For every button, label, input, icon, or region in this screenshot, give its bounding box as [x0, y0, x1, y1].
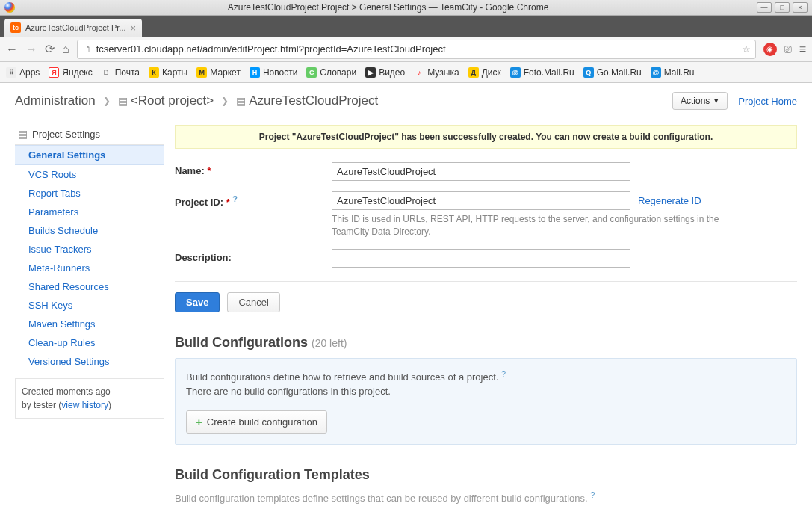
window-minimize-button[interactable]: —: [757, 2, 772, 13]
chevron-right-icon: ❯: [103, 96, 111, 106]
page-content: Administration ❯ ▤<Root project> ❯ ▤Azur…: [0, 83, 812, 521]
sidebar-item-shared-resources[interactable]: Shared Resources: [15, 277, 164, 296]
sidebar-item-cleanup-rules[interactable]: Clean-up Rules: [15, 333, 164, 352]
folder-icon: ▤: [118, 95, 128, 107]
bookmark-news[interactable]: ННовости: [250, 67, 297, 78]
back-button[interactable]: ←: [6, 43, 18, 56]
forward-button[interactable]: →: [25, 43, 37, 56]
build-configurations-info: Build configurations define how to retri…: [175, 358, 797, 445]
bookmark-video[interactable]: ▶Видео: [365, 67, 405, 78]
plus-icon: +: [196, 416, 202, 428]
browser-tab-strip: tc AzureTestCloudProject Pr... ×: [0, 16, 812, 37]
breadcrumb-root[interactable]: <Root project>: [131, 93, 214, 108]
bookmark-maps[interactable]: ККарты: [149, 67, 187, 78]
breadcrumb-admin[interactable]: Administration: [15, 93, 96, 108]
sidebar-item-issue-trackers[interactable]: Issue Trackers: [15, 240, 164, 259]
chevron-down-icon: ▼: [713, 97, 719, 105]
main-panel: Project "AzureTestCloudProject" has been…: [175, 125, 797, 504]
cast-icon[interactable]: ⎚: [784, 43, 792, 56]
project-home-link[interactable]: Project Home: [738, 96, 797, 107]
help-icon[interactable]: ?: [590, 490, 595, 499]
chevron-right-icon: ❯: [221, 96, 229, 106]
description-input[interactable]: [332, 249, 630, 268]
cancel-button[interactable]: Cancel: [227, 292, 279, 312]
sidebar-created-info: Created moments ago by tester (view hist…: [15, 378, 164, 419]
actions-dropdown[interactable]: Actions▼: [672, 92, 728, 110]
window-close-button[interactable]: ×: [793, 2, 808, 13]
reload-button[interactable]: ⟳: [45, 42, 55, 56]
sidebar-item-report-tabs[interactable]: Report Tabs: [15, 184, 164, 203]
sidebar-item-maven-settings[interactable]: Maven Settings: [15, 315, 164, 333]
name-label: Name: *: [175, 162, 332, 176]
build-templates-heading: Build Configuration Templates: [175, 467, 797, 483]
name-input[interactable]: [332, 162, 630, 181]
bookmark-yandex[interactable]: ЯЯндекс: [49, 67, 92, 78]
url-text: tcserver01.cloudapp.net/admin/editProjec…: [96, 43, 446, 55]
description-label: Description:: [175, 249, 332, 263]
sidebar-item-versioned-settings[interactable]: Versioned Settings: [15, 352, 164, 371]
bookmark-dict[interactable]: ССловари: [306, 67, 356, 78]
view-history-link[interactable]: view history: [61, 400, 108, 410]
build-configurations-heading: Build Configurations (20 left): [175, 335, 797, 351]
sidebar-item-parameters[interactable]: Parameters: [15, 203, 164, 221]
help-icon[interactable]: ?: [232, 194, 238, 203]
project-id-input[interactable]: [332, 191, 630, 210]
home-button[interactable]: ⌂: [62, 43, 69, 56]
sidebar-item-meta-runners[interactable]: Meta-Runners: [15, 259, 164, 277]
bookmark-foto[interactable]: @Foto.Mail.Ru: [510, 67, 574, 78]
browser-tab[interactable]: tc AzureTestCloudProject Pr... ×: [4, 19, 142, 37]
bookmarks-bar: ⠿Apps ЯЯндекс 🗋Почта ККарты ММаркет ННов…: [0, 62, 812, 83]
bookmark-market[interactable]: ММаркет: [196, 67, 241, 78]
teamcity-favicon: tc: [10, 22, 21, 33]
browser-tab-title: AzureTestCloudProject Pr...: [25, 23, 126, 32]
sidebar: ▤ Project Settings General Settings VCS …: [15, 125, 164, 504]
browser-toolbar: ← → ⟳ ⌂ 🗋 tcserver01.cloudapp.net/admin/…: [0, 37, 812, 62]
bookmark-star-icon[interactable]: ☆: [742, 43, 751, 55]
bookmark-gomail[interactable]: QGo.Mail.Ru: [583, 67, 642, 78]
project-id-hint: This ID is used in URLs, REST API, HTTP …: [332, 213, 735, 238]
breadcrumb: Administration ❯ ▤<Root project> ❯ ▤Azur…: [15, 93, 378, 108]
tab-close-icon[interactable]: ×: [131, 22, 137, 34]
sidebar-header: ▤ Project Settings: [15, 125, 164, 144]
sidebar-item-ssh-keys[interactable]: SSH Keys: [15, 296, 164, 315]
save-button[interactable]: Save: [175, 292, 220, 312]
bookmark-apps[interactable]: ⠿Apps: [6, 67, 40, 78]
help-icon[interactable]: ?: [501, 369, 506, 378]
bookmark-music[interactable]: ♪Музыка: [414, 67, 459, 78]
chrome-app-icon: [4, 2, 15, 13]
bookmark-mailru[interactable]: @Mail.Ru: [651, 67, 695, 78]
page-icon: 🗋: [82, 43, 92, 55]
bookmark-mail[interactable]: 🗋Почта: [102, 67, 140, 78]
create-build-configuration-button[interactable]: +Create build configuration: [186, 410, 327, 434]
chrome-menu-button[interactable]: ≡: [799, 43, 806, 56]
extension-icon[interactable]: ◉: [763, 43, 777, 56]
regenerate-id-link[interactable]: Regenerate ID: [638, 195, 701, 206]
window-maximize-button[interactable]: □: [775, 2, 790, 13]
sidebar-item-vcs-roots[interactable]: VCS Roots: [15, 165, 164, 184]
folder-icon: ▤: [236, 95, 246, 107]
window-title: AzureTestCloudProject Project > General …: [19, 2, 757, 13]
folder-icon: ▤: [18, 128, 28, 140]
breadcrumb-current: AzureTestCloudProject: [249, 93, 378, 108]
window-titlebar: AzureTestCloudProject Project > General …: [0, 0, 812, 16]
project-id-label: Project ID: * ?: [175, 191, 332, 208]
sidebar-item-builds-schedule[interactable]: Builds Schedule: [15, 221, 164, 240]
bookmark-disk[interactable]: ДДиск: [468, 67, 501, 78]
address-bar[interactable]: 🗋 tcserver01.cloudapp.net/admin/editProj…: [77, 40, 756, 59]
build-templates-desc: Build configuration templates define set…: [175, 490, 797, 504]
sidebar-item-general-settings[interactable]: General Settings: [15, 145, 164, 165]
success-notice: Project "AzureTestCloudProject" has been…: [175, 125, 797, 149]
